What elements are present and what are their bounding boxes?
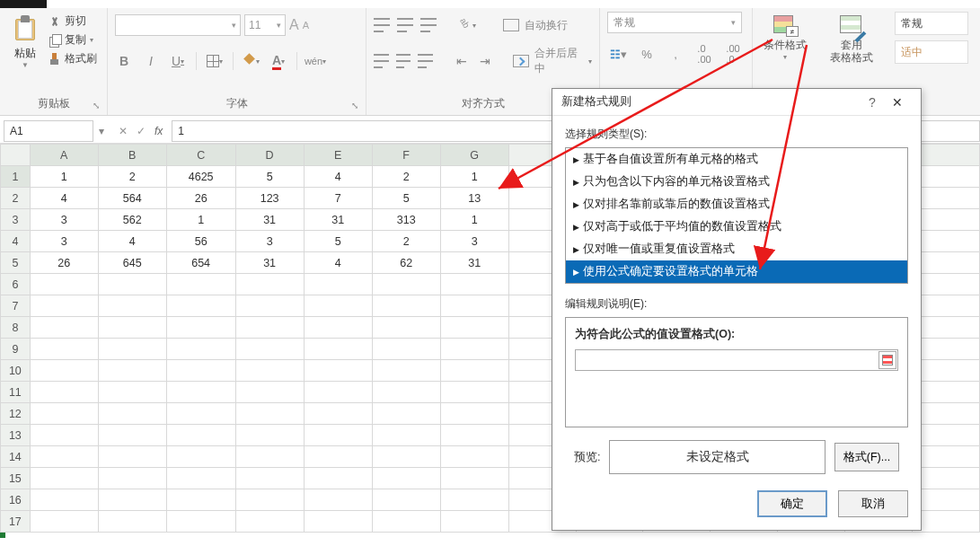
phonetic-button[interactable]: wén▾ (306, 52, 324, 70)
cell[interactable] (913, 295, 980, 317)
cell[interactable] (913, 166, 980, 188)
paste-button[interactable]: 粘贴 ▼ (7, 12, 43, 82)
col-header[interactable]: G (440, 145, 508, 166)
cell[interactable]: 3 (235, 231, 304, 252)
cell[interactable] (304, 360, 372, 382)
col-header[interactable]: D (235, 145, 304, 166)
cell[interactable] (30, 446, 98, 468)
cell[interactable]: 2 (372, 231, 440, 252)
rule-type-list[interactable]: ▶ 基于各自值设置所有单元格的格式▶ 只为包含以下内容的单元格设置格式▶ 仅对排… (565, 147, 908, 284)
cell[interactable] (166, 446, 235, 468)
decrease-font-button[interactable]: Ǎ (303, 20, 309, 31)
cell[interactable]: 4 (30, 188, 98, 209)
cell[interactable] (372, 446, 440, 468)
cell[interactable] (235, 468, 304, 489)
row-header[interactable]: 4 (1, 231, 31, 252)
cell[interactable] (98, 274, 166, 295)
dialog-titlebar[interactable]: 新建格式规则 ? ✕ (552, 89, 921, 116)
row-header[interactable]: 1 (1, 166, 31, 188)
cell[interactable] (166, 511, 235, 533)
cell[interactable] (166, 425, 235, 446)
cell[interactable] (30, 511, 98, 533)
cell[interactable]: 564 (98, 188, 166, 209)
cell[interactable]: 56 (166, 231, 235, 252)
row-header[interactable]: 14 (1, 446, 31, 468)
cell[interactable]: 4 (304, 252, 372, 274)
cell[interactable]: 5 (372, 188, 440, 209)
cell[interactable] (440, 468, 508, 489)
cell[interactable]: 123 (235, 188, 304, 209)
cell[interactable] (913, 511, 980, 533)
cell[interactable] (304, 446, 372, 468)
cell[interactable] (913, 252, 980, 274)
cell[interactable] (913, 339, 980, 360)
cell[interactable] (30, 339, 98, 360)
copy-button[interactable]: 复制▾ (49, 32, 97, 48)
cell[interactable] (913, 209, 980, 231)
cell[interactable] (304, 295, 372, 317)
rule-type-option[interactable]: ▶ 仅对唯一值或重复值设置格式 (566, 238, 907, 260)
cell[interactable]: 1 (440, 209, 508, 231)
cell[interactable] (913, 274, 980, 295)
cell[interactable] (235, 403, 304, 425)
cell[interactable] (913, 403, 980, 425)
wrap-text-button[interactable]: 自动换行 (503, 18, 568, 33)
cell[interactable] (372, 403, 440, 425)
cell[interactable] (235, 425, 304, 446)
increase-indent-button[interactable]: ⇥ (477, 52, 493, 70)
col-header[interactable]: C (166, 145, 235, 166)
row-header[interactable]: 16 (1, 489, 31, 511)
style-normal[interactable]: 常规 (895, 12, 968, 35)
rule-type-option[interactable]: ▶ 使用公式确定要设置格式的单元格 (566, 260, 907, 283)
cell[interactable] (913, 425, 980, 446)
cell[interactable] (30, 403, 98, 425)
cell[interactable] (166, 339, 235, 360)
cell[interactable]: 31 (440, 252, 508, 274)
cell[interactable] (235, 339, 304, 360)
align-center-button[interactable] (396, 54, 411, 68)
row-header[interactable]: 5 (1, 252, 31, 274)
row-header[interactable]: 15 (1, 468, 31, 489)
cell[interactable] (30, 425, 98, 446)
row-header[interactable]: 2 (1, 188, 31, 209)
cell[interactable] (235, 274, 304, 295)
cell[interactable] (30, 295, 98, 317)
cell[interactable] (166, 317, 235, 339)
cell[interactable]: 31 (235, 209, 304, 231)
row-header[interactable]: 12 (1, 403, 31, 425)
cell[interactable] (304, 317, 372, 339)
format-painter-button[interactable]: 格式刷 (49, 51, 97, 66)
cell[interactable]: 3 (440, 231, 508, 252)
cell[interactable] (440, 511, 508, 533)
cell[interactable]: 313 (372, 209, 440, 231)
cell[interactable] (235, 511, 304, 533)
increase-decimal-button[interactable]: .0.00 (693, 44, 715, 64)
decrease-decimal-button[interactable]: .00.0 (722, 44, 744, 64)
cell[interactable] (235, 489, 304, 511)
rule-type-option[interactable]: ▶ 仅对排名靠前或靠后的数值设置格式 (566, 193, 907, 216)
cell[interactable]: 645 (98, 252, 166, 274)
font-name-combo[interactable]: ▾ (115, 14, 241, 36)
col-header[interactable]: E (304, 145, 372, 166)
percent-button[interactable]: % (636, 44, 658, 64)
cell[interactable] (372, 360, 440, 382)
cell[interactable]: 26 (30, 252, 98, 274)
cell[interactable] (30, 382, 98, 403)
cell[interactable] (304, 468, 372, 489)
formula-field[interactable] (575, 349, 898, 371)
cell[interactable] (440, 317, 508, 339)
underline-button[interactable]: U▾ (169, 52, 187, 70)
col-header[interactable]: B (98, 145, 166, 166)
format-button[interactable]: 格式(F)... (834, 443, 899, 471)
row-header[interactable]: 17 (1, 511, 31, 533)
cell[interactable] (440, 274, 508, 295)
cell[interactable] (440, 403, 508, 425)
cell[interactable]: 2 (98, 166, 166, 188)
cell[interactable]: 1 (166, 209, 235, 231)
cell[interactable]: 3 (30, 231, 98, 252)
cut-button[interactable]: 剪切 (49, 13, 97, 29)
row-header[interactable]: 10 (1, 360, 31, 382)
rule-type-option[interactable]: ▶ 只为包含以下内容的单元格设置格式 (566, 171, 907, 193)
help-icon[interactable]: ? (861, 95, 883, 110)
cell[interactable] (440, 360, 508, 382)
